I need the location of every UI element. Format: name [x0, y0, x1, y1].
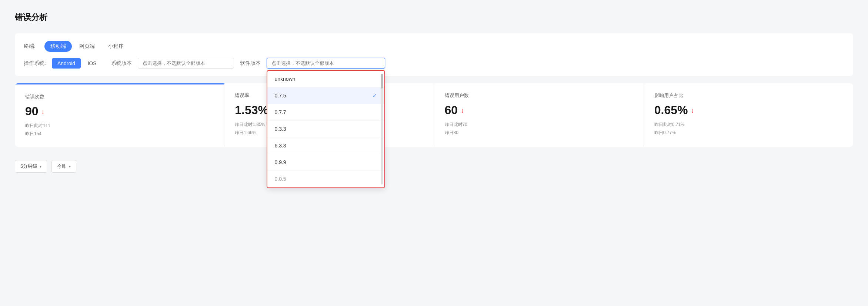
stat-number: 1.53%	[235, 103, 268, 117]
dropdown-item-005[interactable]: 0.0.5	[267, 171, 384, 187]
compare-line-2: 昨日154	[25, 130, 214, 138]
stat-value-error-count: 90 ↓	[25, 104, 214, 118]
stat-title-error-users: 错误用户数	[445, 92, 633, 99]
dropdown-item-label: 0.7.5	[275, 93, 286, 99]
dropdown-item-033[interactable]: 0.3.3	[267, 121, 384, 137]
software-version-wrapper: 软件版本 unknown 0.7.5 ✓ 0.7.7	[240, 58, 385, 69]
stat-title-error-count: 错误次数	[25, 93, 214, 100]
dropdown-item-label: 0.3.3	[275, 126, 286, 132]
dropdown-item-633[interactable]: 6.3.3	[267, 137, 384, 154]
dropdown-item-label: 0.0.5	[275, 176, 286, 182]
chevron-down-icon: ▾	[69, 164, 71, 169]
stat-value-impact-ratio: 0.65% ↓	[654, 103, 843, 117]
granularity-label: 5分钟级	[20, 163, 37, 170]
sys-version-input[interactable]	[138, 58, 234, 69]
sys-version-label: 系统版本	[111, 60, 132, 67]
arrow-down-icon: ↓	[461, 107, 464, 114]
software-version-label: 软件版本	[240, 60, 261, 67]
filter-section: 终端: 移动端 网页端 小程序 操作系统: Android iOS 系统版本 软…	[15, 33, 853, 76]
stat-card-error-users: 错误用户数 60 ↓ 昨日此时70 昨日80	[434, 83, 644, 147]
terminal-label: 终端:	[24, 43, 39, 50]
time-label: 今昨	[57, 163, 67, 170]
compare-line-2: 昨日0.77%	[654, 129, 843, 137]
dropdown-item-label: 0.9.9	[275, 159, 286, 165]
stat-card-error-count: 错误次数 90 ↓ 昨日此时111 昨日154	[15, 83, 224, 147]
dropdown-item-unknown[interactable]: unknown	[267, 71, 384, 87]
software-version-input[interactable]	[267, 58, 385, 69]
stat-card-impact-ratio: 影响用户占比 0.65% ↓ 昨日此时0.71% 昨日0.77%	[644, 83, 853, 147]
scrollbar-track[interactable]	[381, 74, 383, 184]
terminal-tab-web[interactable]: 网页端	[73, 41, 101, 52]
terminal-filter-row: 终端: 移动端 网页端 小程序	[24, 41, 844, 52]
dropdown-item-075[interactable]: 0.7.5 ✓	[267, 87, 384, 104]
stat-value-error-users: 60 ↓	[445, 103, 633, 117]
arrow-down-icon: ↓	[691, 107, 694, 114]
granularity-select[interactable]: 5分钟级 ▾	[15, 160, 47, 173]
os-filter-row: 操作系统: Android iOS 系统版本 软件版本 unknown 0.7.…	[24, 58, 844, 69]
compare-line-1: 昨日此时111	[25, 122, 214, 130]
os-tab-android[interactable]: Android	[52, 58, 81, 69]
dropdown-item-077[interactable]: 0.7.7	[267, 104, 384, 121]
stat-number: 90	[25, 104, 39, 118]
software-version-dropdown-container: unknown 0.7.5 ✓ 0.7.7 0.3.3 6.3.3	[267, 58, 385, 69]
software-version-dropdown-panel: unknown 0.7.5 ✓ 0.7.7 0.3.3 6.3.3	[267, 70, 385, 188]
terminal-tab-group: 移动端 网页端 小程序	[44, 41, 130, 52]
arrow-down-icon: ↓	[41, 108, 45, 115]
dropdown-item-label: unknown	[275, 76, 296, 82]
stat-number: 60	[445, 103, 458, 117]
stats-section: 错误次数 90 ↓ 昨日此时111 昨日154 错误率 1.53% ↓ 昨日此时…	[15, 83, 853, 147]
compare-line-1: 昨日此时70	[445, 121, 633, 129]
stat-compare-error-count: 昨日此时111 昨日154	[25, 122, 214, 138]
time-select[interactable]: 今昨 ▾	[51, 160, 76, 173]
scrollbar-thumb[interactable]	[381, 74, 383, 89]
check-icon: ✓	[373, 93, 377, 99]
terminal-tab-miniapp[interactable]: 小程序	[102, 41, 130, 52]
compare-line-2: 昨日80	[445, 129, 633, 137]
terminal-tab-mobile[interactable]: 移动端	[44, 41, 72, 52]
stat-compare-error-users: 昨日此时70 昨日80	[445, 121, 633, 137]
compare-line-1: 昨日此时0.71%	[654, 121, 843, 129]
bottom-controls: 5分钟级 ▾ 今昨 ▾	[15, 154, 853, 179]
stat-number: 0.65%	[654, 103, 688, 117]
dropdown-item-099[interactable]: 0.9.9	[267, 154, 384, 171]
dropdown-item-label: 0.7.7	[275, 109, 286, 115]
page-title: 错误分析	[15, 12, 853, 23]
stat-compare-impact-ratio: 昨日此时0.71% 昨日0.77%	[654, 121, 843, 137]
os-tab-group: Android iOS	[52, 58, 102, 69]
os-label: 操作系统:	[24, 60, 46, 67]
stat-title-impact-ratio: 影响用户占比	[654, 92, 843, 99]
dropdown-item-label: 6.3.3	[275, 143, 286, 149]
os-tab-ios[interactable]: iOS	[82, 58, 102, 69]
chevron-down-icon: ▾	[40, 164, 41, 169]
